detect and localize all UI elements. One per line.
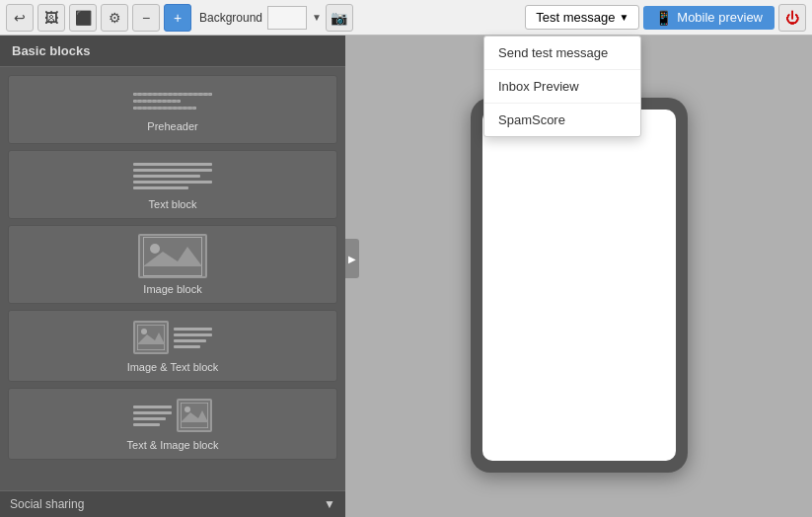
panel-footer: Social sharing ▼ <box>0 490 345 517</box>
svg-point-8 <box>185 406 190 412</box>
text-image-block-item[interactable]: Text & Image block <box>8 388 337 460</box>
background-label: Background <box>199 11 262 25</box>
image-text-block-icon <box>133 319 212 356</box>
background-control: Background ▼ <box>199 6 322 30</box>
send-test-message-item[interactable]: Send test message <box>484 37 640 70</box>
social-sharing-arrow: ▼ <box>324 497 335 511</box>
image-text-block-item[interactable]: Image & Text block <box>8 310 337 382</box>
panel-header: Basic blocks <box>0 36 345 67</box>
background-color-picker[interactable] <box>267 6 307 30</box>
image-block-label: Image block <box>143 283 201 295</box>
image-block-icon <box>138 234 207 278</box>
preheader-label: Preheader <box>147 120 197 132</box>
blocks-list: Preheader Text block <box>0 67 345 490</box>
test-message-arrow: ▼ <box>619 12 628 23</box>
power-button[interactable]: ⏻ <box>778 4 806 32</box>
text-block-item[interactable]: Text block <box>8 150 337 219</box>
svg-point-5 <box>141 329 147 334</box>
test-message-label: Test message <box>536 10 615 25</box>
collapse-handle[interactable]: ▶ <box>345 239 359 278</box>
image-text-block-label: Image & Text block <box>127 361 219 373</box>
test-message-button[interactable]: Test message ▼ <box>525 5 639 30</box>
left-panel: Basic blocks Preheader <box>0 36 345 517</box>
text-image-block-label: Text & Image block <box>127 439 219 451</box>
social-sharing-bar[interactable]: Social sharing ▼ <box>10 497 335 511</box>
image-placeholder-right <box>177 399 212 432</box>
phone-screen: Test email <box>482 110 676 461</box>
mobile-preview-button[interactable]: 📱 Mobile preview <box>643 6 775 30</box>
settings-button[interactable]: ⚙ <box>101 4 128 32</box>
text-block-icon <box>133 159 212 193</box>
undo-button[interactable]: ↩ <box>6 4 34 32</box>
text-lines <box>174 328 212 348</box>
spam-score-item[interactable]: SpamScore <box>484 104 640 136</box>
plus-button[interactable]: + <box>164 4 191 32</box>
video-button[interactable]: ⬛ <box>69 4 97 32</box>
mobile-preview-label: Mobile preview <box>677 10 763 25</box>
text-block-label: Text block <box>149 198 197 210</box>
toolbar: ↩ 🖼 ⬛ ⚙ − + Background ▼ 📷 Test message … <box>0 0 812 36</box>
image-button[interactable]: 🖼 <box>37 4 65 32</box>
text-lines-left <box>133 406 172 426</box>
svg-point-2 <box>150 244 160 254</box>
minus-button[interactable]: − <box>132 4 160 32</box>
image-block-item[interactable]: Image block <box>8 225 337 304</box>
image-placeholder <box>133 321 169 354</box>
text-image-block-icon <box>133 397 212 434</box>
camera-button[interactable]: 📷 <box>326 4 353 32</box>
preheader-block[interactable]: Preheader <box>8 75 337 144</box>
inbox-preview-item[interactable]: Inbox Preview <box>484 70 640 104</box>
test-message-dropdown: Send test message Inbox Preview SpamScor… <box>483 36 641 137</box>
phone-mockup: Test email <box>471 98 688 473</box>
main-area: Basic blocks Preheader <box>0 36 812 517</box>
background-dropdown-arrow[interactable]: ▼ <box>312 12 322 23</box>
social-sharing-label: Social sharing <box>10 497 84 511</box>
phone-icon: 📱 <box>655 10 672 26</box>
preheader-icon <box>133 88 212 115</box>
